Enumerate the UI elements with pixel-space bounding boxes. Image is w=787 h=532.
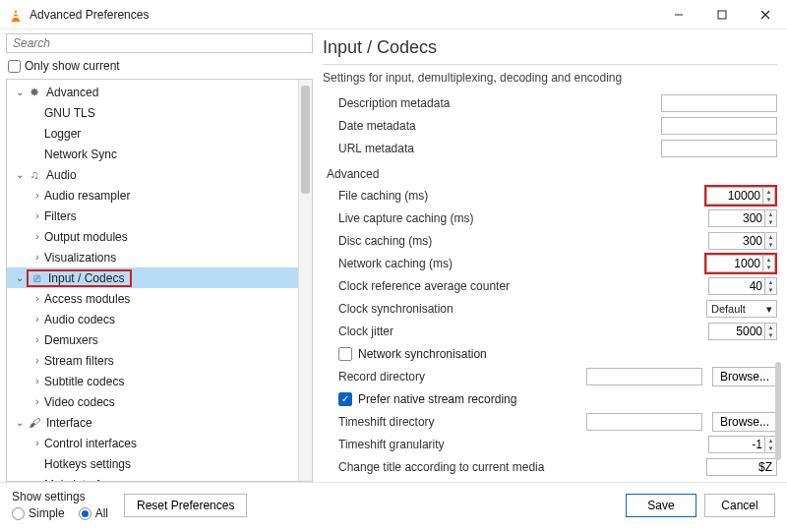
radio-all[interactable]	[79, 507, 91, 520]
browse-record-dir[interactable]: Browse...	[712, 367, 777, 386]
page-title: Input / Codecs	[323, 33, 777, 65]
chevron-right-icon: ›	[30, 376, 44, 386]
only-show-current[interactable]: Only show current	[6, 57, 313, 75]
chevron-down-icon: ▾	[766, 303, 772, 316]
cancel-button[interactable]: Cancel	[704, 494, 775, 517]
search-input[interactable]	[6, 33, 313, 53]
page-subtitle: Settings for input, demultiplexing, deco…	[323, 71, 777, 85]
tree-item-logger[interactable]: Logger	[7, 123, 312, 144]
save-button[interactable]: Save	[626, 494, 696, 517]
tree-scrollbar[interactable]	[298, 80, 312, 481]
label-record-dir: Record directory	[323, 370, 586, 384]
chevron-down-icon: ⌄	[13, 272, 27, 283]
checkbox-network-sync[interactable]	[338, 347, 352, 361]
tree-item-subtitle-codecs[interactable]: ›Subtitle codecs	[7, 371, 312, 391]
window-title: Advanced Preferences	[30, 8, 149, 22]
music-note-icon: ♫	[27, 168, 42, 182]
maximize-button[interactable]	[700, 0, 744, 30]
tree-group-interface[interactable]: ⌄ 🖌 Interface	[7, 412, 312, 433]
input-live-capture[interactable]	[708, 209, 765, 227]
tree-item-video-codecs[interactable]: ›Video codecs	[7, 391, 312, 412]
label-clock-jitter: Clock jitter	[323, 325, 708, 338]
input-clock-ref[interactable]	[708, 277, 765, 295]
chevron-right-icon: ›	[30, 210, 44, 221]
tree-item-visualizations[interactable]: ›Visualizations	[7, 247, 312, 267]
footer: Show settings Simple All Reset Preferenc…	[0, 482, 787, 527]
brush-icon: 🖌	[27, 416, 42, 430]
label-desc-metadata: Description metadata	[323, 96, 661, 110]
chevron-down-icon: ⌄	[13, 417, 27, 428]
tree-group-advanced[interactable]: ⌄ ✸ Advanced	[7, 82, 312, 102]
tree-item-output-modules[interactable]: ›Output modules	[7, 226, 312, 247]
tree-item-filters[interactable]: ›Filters	[7, 206, 312, 226]
codec-icon: ⎚	[29, 271, 44, 285]
input-change-title[interactable]	[706, 458, 777, 476]
label-disc-caching: Disc caching (ms)	[323, 234, 708, 248]
tree-item-gnu-tls[interactable]: GNU TLS	[7, 102, 312, 123]
gear-icon: ✸	[27, 86, 42, 99]
label-change-title: Change title according to current media	[323, 460, 706, 474]
tree-group-input-codecs[interactable]: ⌄ ⎚ Input / Codecs	[7, 267, 312, 288]
input-file-caching[interactable]	[706, 187, 763, 205]
only-show-current-checkbox[interactable]	[8, 60, 21, 73]
chevron-right-icon: ›	[30, 355, 44, 366]
tree-item-main-interfaces[interactable]: ›Main interfaces	[7, 474, 312, 482]
spinner-network-caching[interactable]: ▲▼	[763, 255, 775, 272]
svg-rect-1	[12, 20, 20, 22]
check-prefer-native[interactable]: Prefer native stream recording	[323, 388, 777, 410]
only-show-current-label: Only show current	[25, 59, 120, 73]
tree-group-audio[interactable]: ⌄ ♫ Audio	[7, 164, 312, 185]
label-timeshift-gran: Timeshift granularity	[323, 438, 708, 451]
check-network-sync[interactable]: Network synchronisation	[323, 343, 777, 365]
check-disable-lua[interactable]: Disable all lua plugins	[323, 479, 777, 482]
svg-rect-2	[14, 13, 18, 15]
tree-item-access-modules[interactable]: ›Access modules	[7, 288, 312, 309]
input-desc-metadata[interactable]	[661, 94, 777, 112]
label-date-metadata: Date metadata	[323, 119, 661, 133]
chevron-right-icon: ›	[30, 438, 44, 448]
chevron-right-icon: ›	[30, 396, 44, 407]
chevron-right-icon: ›	[30, 314, 44, 325]
tree-item-control-interfaces[interactable]: ›Control interfaces	[7, 433, 312, 453]
chevron-right-icon: ›	[30, 252, 44, 263]
close-button[interactable]	[744, 0, 787, 30]
chevron-right-icon: ›	[30, 190, 44, 201]
browse-timeshift-dir[interactable]: Browse...	[712, 412, 777, 432]
label-file-caching: File caching (ms)	[323, 189, 704, 203]
label-url-metadata: URL metadata	[323, 142, 661, 155]
preferences-tree: ⌄ ✸ Advanced GNU TLS Logger Network Sync…	[6, 79, 313, 482]
radio-simple-label: Simple	[29, 506, 65, 520]
title-bar: Advanced Preferences	[0, 0, 787, 30]
input-network-caching[interactable]	[706, 255, 763, 272]
vlc-icon	[8, 7, 24, 23]
tree-item-demuxers[interactable]: ›Demuxers	[7, 329, 312, 350]
svg-rect-3	[13, 16, 18, 18]
radio-simple[interactable]	[12, 507, 25, 520]
select-clock-sync[interactable]: Default▾	[706, 300, 777, 318]
spinner-file-caching[interactable]: ▲▼	[763, 187, 775, 205]
reset-button[interactable]: Reset Preferences	[124, 494, 247, 517]
tree-item-stream-filters[interactable]: ›Stream filters	[7, 350, 312, 371]
label-clock-sync: Clock synchronisation	[323, 302, 706, 316]
input-timeshift-dir[interactable]	[586, 413, 702, 431]
section-advanced: Advanced	[327, 167, 777, 181]
input-clock-jitter[interactable]	[708, 323, 765, 340]
content-scrollbar[interactable]	[775, 77, 781, 478]
svg-rect-5	[718, 11, 726, 19]
input-timeshift-gran[interactable]	[708, 436, 765, 453]
show-settings-label: Show settings	[12, 490, 108, 503]
checkbox-prefer-native[interactable]	[338, 392, 352, 406]
input-record-dir[interactable]	[586, 368, 702, 385]
label-timeshift-dir: Timeshift directory	[323, 415, 586, 429]
input-disc-caching[interactable]	[708, 232, 765, 250]
tree-item-audio-resampler[interactable]: ›Audio resampler	[7, 185, 312, 206]
tree-item-hotkeys-settings[interactable]: Hotkeys settings	[7, 453, 312, 474]
tree-item-network-sync[interactable]: Network Sync	[7, 144, 312, 164]
tree-item-audio-codecs[interactable]: ›Audio codecs	[7, 309, 312, 329]
label-network-caching: Network caching (ms)	[323, 257, 704, 270]
minimize-button[interactable]	[657, 0, 700, 30]
chevron-right-icon: ›	[30, 293, 44, 304]
radio-all-label: All	[95, 506, 108, 520]
input-url-metadata[interactable]	[661, 140, 777, 157]
input-date-metadata[interactable]	[661, 117, 777, 135]
